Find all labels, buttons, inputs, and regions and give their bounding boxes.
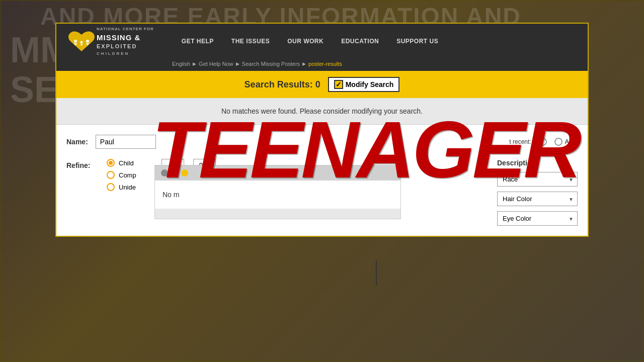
svg-point-1 <box>86 40 89 43</box>
race-select[interactable]: Race <box>497 172 578 187</box>
popup-footer <box>155 209 400 219</box>
popup-dot-1 <box>161 169 168 176</box>
popup-dot-2 <box>171 169 178 176</box>
no-matches-message: No matches were found. Please consider m… <box>221 107 423 115</box>
popup-text: No m <box>163 191 179 199</box>
nav-our-work[interactable]: OUR WORK <box>280 34 331 49</box>
logo-icon <box>66 27 97 55</box>
refine-comp[interactable]: Comp <box>107 171 136 179</box>
nav-education[interactable]: EDUCATION <box>334 34 386 49</box>
race-select-wrapper: Race <box>497 172 578 187</box>
nav-get-help[interactable]: GET HELP <box>174 34 221 49</box>
breadcrumb-sep-3: ▶ <box>302 61 306 66</box>
logo-area: NATIONAL CENTER FOR MISSING & EXPLOITED … <box>66 26 154 57</box>
refine-unide[interactable]: Unide <box>107 183 136 191</box>
refine-child-label: Child <box>119 159 134 167</box>
sort-az-radio[interactable]: A - Z <box>554 138 578 146</box>
refine-options: Child Comp Unide <box>107 159 136 191</box>
breadcrumb-sep-1: ▶ <box>193 61 196 66</box>
main-container: NATIONAL CENTER FOR MISSING & EXPLOITED … <box>55 23 589 237</box>
no-matches-popup: No m <box>154 165 401 219</box>
sort-label: t recent: <box>509 138 531 145</box>
hair-color-select-wrapper: Hair Color <box>497 192 578 206</box>
search-form: Name: t recent: A - Z Refine: Child <box>56 125 588 236</box>
breadcrumb-sep-2: ▶ <box>236 61 239 66</box>
refine-unide-radio <box>107 183 115 191</box>
nav-bar: NATIONAL CENTER FOR MISSING & EXPLOITED … <box>56 24 588 59</box>
sort-recent-radio-circle <box>539 138 547 146</box>
text-cursor <box>376 260 377 286</box>
name-label: Name: <box>66 138 88 146</box>
nav-links: GET HELP THE ISSUES OUR WORK EDUCATION S… <box>174 34 446 49</box>
nav-support-us[interactable]: SUPPORT US <box>389 34 446 49</box>
modify-search-label: Modify Search <box>346 80 394 88</box>
popup-dot-yellow <box>181 169 188 176</box>
name-input[interactable] <box>96 135 156 149</box>
refine-child[interactable]: Child <box>107 159 136 167</box>
breadcrumb-get-help[interactable]: Get Help Now <box>199 61 233 67</box>
svg-point-2 <box>80 41 83 44</box>
refine-label: Refine: <box>66 159 97 169</box>
svg-point-0 <box>74 40 77 43</box>
search-results-count: Search Results: 0 <box>245 79 320 90</box>
description-label: Description: <box>497 159 578 167</box>
nav-the-issues[interactable]: THE ISSUES <box>224 34 277 49</box>
name-row: Name: t recent: A - Z <box>66 135 578 149</box>
breadcrumb-english[interactable]: English <box>172 61 190 67</box>
eye-color-select-wrapper: Eye Color <box>497 211 578 226</box>
eye-color-select[interactable]: Eye Color <box>497 211 578 226</box>
modify-checkbox-icon: ✓ <box>334 80 343 89</box>
breadcrumb-results: poster-results <box>308 61 342 67</box>
sort-az-label: A - Z <box>565 138 578 145</box>
refine-unide-label: Unide <box>119 184 136 191</box>
modify-search-button[interactable]: ✓ Modify Search <box>328 77 400 92</box>
refine-comp-radio <box>107 171 115 179</box>
refine-comp-label: Comp <box>119 171 136 179</box>
popup-header <box>155 165 400 180</box>
popup-content: No m <box>155 180 400 209</box>
logo-text: NATIONAL CENTER FOR MISSING & EXPLOITED … <box>97 26 154 57</box>
refine-child-radio <box>107 159 115 167</box>
sort-options: t recent: A - Z <box>509 138 578 146</box>
hair-color-select[interactable]: Hair Color <box>497 192 578 206</box>
no-matches-banner: No matches were found. Please consider m… <box>56 98 588 125</box>
search-results-bar: Search Results: 0 ✓ Modify Search <box>56 71 588 98</box>
description-section: Description: Race Hair Color Eye Color <box>497 159 578 226</box>
breadcrumb-bar: English ▶ Get Help Now ▶ Search Missing … <box>56 59 588 71</box>
breadcrumb-search-posters[interactable]: Search Missing Posters <box>242 61 300 67</box>
sort-recent-radio[interactable] <box>539 138 547 146</box>
sort-az-radio-circle <box>554 138 562 146</box>
